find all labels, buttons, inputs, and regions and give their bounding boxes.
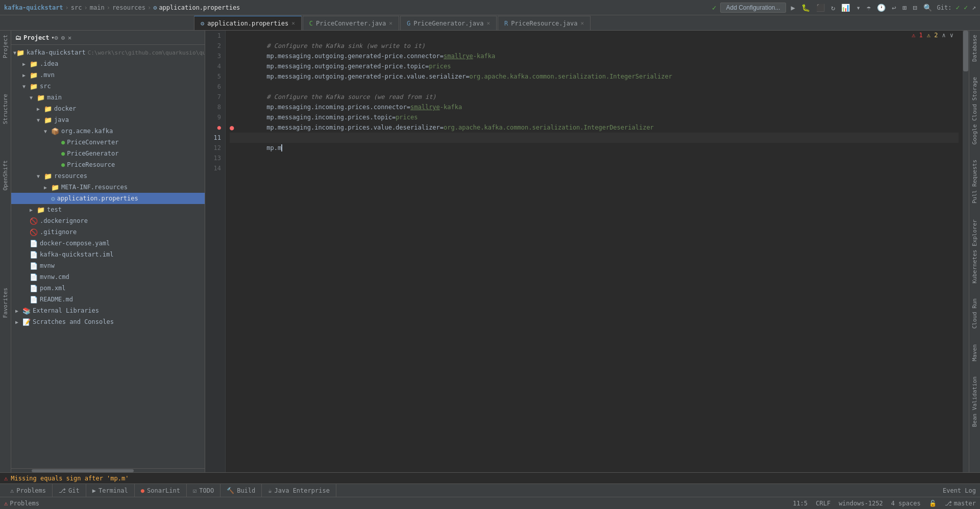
tab-build[interactable]: 🔨 Build [220, 484, 262, 497]
breadcrumb: kafka-quickstart › src › main › resource… [4, 4, 240, 11]
tree-item-resources[interactable]: ▼ 📁 resources [11, 170, 205, 182]
tree-item-metainf[interactable]: ▶ 📁 META-INF.resources [11, 182, 205, 193]
todo-label: TODO [199, 487, 214, 494]
tree-item-docker-compose[interactable]: 📄 docker-compose.yaml [11, 238, 205, 249]
tree-item-price-generator[interactable]: ● PriceGenerator [11, 148, 205, 159]
tab-price-resource[interactable]: R PriceResource.java ✕ [498, 16, 591, 30]
stop-icon[interactable]: ⬛ [815, 3, 826, 13]
openshift-panel-toggle[interactable]: OpenShift [1, 158, 10, 193]
code-link-smallrye-2[interactable]: smallrye [444, 53, 473, 60]
tab-close-price-converter[interactable]: ✕ [389, 20, 393, 27]
coverage-icon[interactable]: ☂ [866, 3, 872, 13]
tree-item-idea[interactable]: ▶ 📁 .idea [11, 58, 205, 69]
tree-item-test[interactable]: ▶ 📁 test [11, 204, 205, 215]
breadcrumb-src[interactable]: src [71, 4, 82, 11]
git-push-icon[interactable]: ↗ [972, 4, 976, 11]
tree-item-scratches[interactable]: ▶ 📝 Scratches and Consoles [11, 316, 205, 327]
code-editor[interactable]: # Configure the Kafka sink (we write to … [226, 31, 963, 472]
git-tab-label: Git [68, 487, 80, 494]
kubernetes-panel-toggle[interactable]: Kubernetes Explorer [970, 217, 979, 286]
layout2-icon[interactable]: ⊟ [912, 3, 918, 13]
structure-panel-toggle[interactable]: Structure [1, 92, 10, 126]
run-icon[interactable]: ▶ [790, 3, 796, 13]
tab-problems[interactable]: ⚠ Problems [4, 484, 53, 497]
layout1-icon[interactable]: ⊞ [901, 3, 908, 13]
status-bar: ⚠ Problems 11:5 CRLF windows-1252 4 spac… [0, 497, 980, 509]
tree-item-readme[interactable]: 📄 README.md [11, 294, 205, 305]
tab-git[interactable]: ⎇ Git [53, 484, 86, 497]
status-problems[interactable]: ⚠ Problems [4, 500, 39, 507]
close-panel-icon[interactable]: ✕ [68, 34, 71, 41]
tab-sonarlint[interactable]: ● SonarLint [135, 484, 187, 497]
tab-terminal[interactable]: ▶ Terminal [86, 484, 135, 497]
maven-panel-toggle[interactable]: Maven [970, 342, 979, 363]
add-configuration-button[interactable]: Add Configuration... [720, 3, 786, 13]
tab-price-generator[interactable]: G PriceGenerator.java ✕ [400, 16, 497, 30]
file-icon-iml: 📄 [30, 251, 38, 259]
more-run-icon[interactable]: ▾ [855, 3, 861, 13]
tree-item-mvnw[interactable]: 📄 mvnw [11, 260, 205, 271]
search-everywhere-icon[interactable]: 🔍 [922, 3, 933, 13]
code-link-smallrye-7[interactable]: smallrye [410, 104, 440, 111]
cloud-run-panel-toggle[interactable]: Cloud Run [970, 296, 979, 331]
tree-item-dockerignore[interactable]: 🚫 .dockerignore [11, 215, 205, 226]
collapse-icon[interactable]: ∧ [942, 32, 946, 39]
status-position[interactable]: 11:5 [793, 500, 807, 507]
tree-item-java[interactable]: ▼ 📁 java [11, 114, 205, 125]
sidebar-hscrollbar[interactable] [11, 468, 205, 472]
tree-item-docker[interactable]: ▶ 📁 docker [11, 103, 205, 114]
editor-vscrollbar[interactable] [963, 31, 969, 472]
editor-content[interactable]: 1 2 3 4 5 6 7 8 9 ● 11 12 13 14 # C [205, 31, 969, 472]
undo-icon[interactable]: ↩ [891, 3, 897, 13]
gcs-panel-toggle[interactable]: Google Cloud Storage [970, 75, 979, 146]
tab-close-application-properties[interactable]: ✕ [291, 20, 295, 27]
favorites-panel-toggle[interactable]: Favorites [1, 286, 10, 320]
tree-item-root[interactable]: ▼ 📁 kafka-quickstart C:\work\src\github.… [11, 47, 205, 58]
pull-requests-panel-toggle[interactable]: Pull Requests [970, 158, 979, 206]
tree-item-iml[interactable]: 📄 kafka-quickstart.iml [11, 249, 205, 260]
bean-validation-panel-toggle[interactable]: Bean Validation [970, 374, 979, 429]
breadcrumb-main[interactable]: main [90, 4, 105, 11]
tab-java-enterprise[interactable]: ☕ Java Enterprise [262, 484, 336, 497]
tab-close-price-generator[interactable]: ✕ [486, 20, 490, 27]
status-indent[interactable]: 4 spaces [891, 500, 921, 507]
tree-item-gitignore[interactable]: 🚫 .gitignore [11, 226, 205, 238]
tree-item-price-converter[interactable]: ● PriceConverter [11, 137, 205, 148]
line-num-11: 11 [214, 133, 221, 143]
project-panel-toggle[interactable]: Project [1, 33, 10, 60]
tree-item-src[interactable]: ▼ 📁 src [11, 81, 205, 92]
status-lock-icon[interactable]: 🔓 [929, 500, 937, 507]
tree-item-ext-libs[interactable]: ▶ 📚 External Libraries [11, 305, 205, 316]
problems-icon: ⚠ [10, 487, 14, 494]
tree-item-mvn[interactable]: ▶ 📁 .mvn [11, 69, 205, 81]
tab-label-price-converter: PriceConverter.java [316, 20, 386, 27]
tab-todo[interactable]: ☑ TODO [187, 484, 220, 497]
expand-icon[interactable]: ∨ [950, 32, 953, 39]
editor-vscroll-thumb[interactable] [963, 31, 968, 71]
database-panel-toggle[interactable]: Database [970, 33, 979, 64]
tree-item-app-props[interactable]: ⚙ application.properties [11, 193, 205, 204]
tree-item-mvnw-cmd[interactable]: 📄 mvnw.cmd [11, 271, 205, 283]
tree-item-pkg[interactable]: ▼ 📦 org.acme.kafka [11, 125, 205, 137]
breadcrumb-current[interactable]: application.properties [159, 4, 240, 11]
status-encoding[interactable]: windows-1252 [839, 500, 883, 507]
history-icon[interactable]: 🕐 [876, 3, 887, 13]
status-vcs-branch[interactable]: ⎇ master [945, 500, 976, 507]
tab-close-price-resource[interactable]: ✕ [580, 20, 584, 27]
tab-price-converter[interactable]: C PriceConverter.java ✕ [303, 16, 399, 30]
status-line-ending[interactable]: CRLF [816, 500, 830, 507]
reload-icon[interactable]: ↻ [830, 3, 836, 13]
tabs-bar: ⚙ application.properties ✕ C PriceConver… [0, 15, 980, 31]
profile-icon[interactable]: 📊 [840, 3, 851, 13]
debug-icon[interactable]: 🐛 [800, 3, 811, 13]
tree-item-main[interactable]: ▼ 📁 main [11, 92, 205, 103]
sync-files-icon[interactable]: ⚙ [55, 34, 58, 41]
tab-application-properties[interactable]: ⚙ application.properties ✕ [194, 16, 302, 30]
tree-item-price-resource[interactable]: ● PriceResource [11, 159, 205, 170]
breadcrumb-resources[interactable]: resources [112, 4, 145, 11]
line-num-1: 1 [217, 31, 221, 41]
gear-icon[interactable]: ⚙ [61, 34, 65, 41]
breadcrumb-project[interactable]: kafka-quickstart [4, 4, 63, 11]
event-log-button[interactable]: Event Log [943, 487, 976, 494]
tree-item-pom[interactable]: 📄 pom.xml [11, 283, 205, 294]
